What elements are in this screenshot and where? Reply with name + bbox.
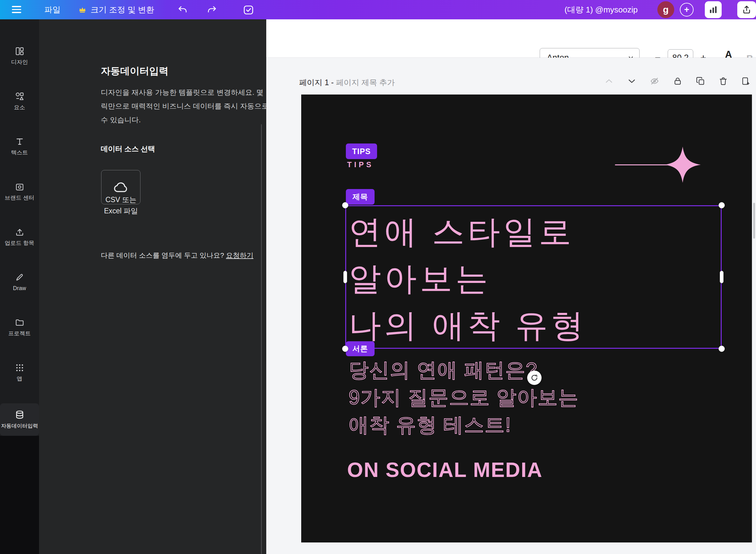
panel-scrollbar[interactable]	[261, 124, 262, 554]
add-member-button[interactable]: +	[680, 3, 694, 16]
panel-footer: 다른 데이터 소스를 염두에 두고 있나요? 요청하기	[101, 251, 253, 260]
design-grid-icon	[15, 47, 24, 56]
field-tag-intro[interactable]: 서론	[346, 341, 374, 356]
data-source-section-title: 데이터 소스 선택	[101, 144, 155, 154]
duplicate-page-icon[interactable]	[695, 76, 706, 87]
resize-menu[interactable]: 크기 조정 및 변환	[91, 0, 154, 19]
social-media-text[interactable]: ON SOCIAL MEDIA	[347, 458, 543, 482]
sidebar-item-data-autofill[interactable]: 자동데이터입력	[0, 403, 39, 436]
move-page-up-icon[interactable]	[604, 76, 614, 87]
redo-icon[interactable]	[207, 5, 217, 15]
insights-button[interactable]	[705, 1, 722, 18]
selection-handle-right[interactable]	[720, 271, 723, 283]
csv-card-label: CSV 또는 Excel 파일	[89, 194, 153, 217]
field-tag-tips[interactable]: TIPS	[346, 144, 377, 159]
text-toolbar: Anton − 80.2 + A B I 효과 애니메이션 •••	[266, 19, 756, 58]
crown-icon	[78, 6, 87, 14]
rotate-handle[interactable]	[527, 371, 542, 385]
sidebar-item-uploads[interactable]: 업로드 항목	[0, 214, 39, 260]
saved-check-icon[interactable]	[243, 4, 254, 16]
share-button[interactable]	[737, 1, 756, 18]
page-title-placeholder[interactable]: 페이지 제목 추가	[336, 78, 395, 87]
move-page-down-icon[interactable]	[626, 76, 637, 87]
panel-description: 디자인을 재사용 가능한 템플릿으로 변경하세요. 몇 번의 클릭만으로 매력적…	[101, 86, 293, 127]
data-autofill-panel: 자동데이터입력 디자인을 재사용 가능한 템플릿으로 변경하세요. 몇 번의 클…	[39, 19, 266, 554]
side-rail-lower	[0, 436, 39, 554]
field-tag-title[interactable]: 제목	[346, 189, 374, 205]
delete-page-icon[interactable]	[718, 76, 728, 87]
selection-box[interactable]	[345, 205, 722, 349]
intro-outline-text[interactable]: 당신의 연애 패턴은? 9가지 질문으로 알아보는 애착 유형 테스트!	[349, 356, 579, 439]
sidebar-item-brand-center[interactable]: 브랜드 센터	[0, 169, 39, 214]
selection-handle-bottom-left[interactable]	[342, 346, 348, 352]
panel-title: 자동데이터입력	[101, 65, 168, 78]
topbar: 파일 크기 조정 및 변환 (대량 1) @mysoozip g +	[0, 0, 756, 19]
sidebar-item-projects[interactable]: 프로젝트	[0, 305, 39, 350]
lock-page-icon[interactable]	[672, 76, 683, 87]
sidebar-item-draw[interactable]: Draw	[0, 260, 39, 305]
page-number: 페이지 1 -	[299, 78, 334, 87]
account-label: (대량 1) @mysoozip	[565, 0, 638, 19]
avatar[interactable]: g	[657, 1, 674, 18]
apps-grid-icon	[15, 363, 24, 373]
shapes-icon	[15, 92, 24, 101]
add-page-icon[interactable]	[741, 76, 751, 87]
projects-folder-icon	[15, 318, 24, 327]
draw-icon	[15, 273, 24, 282]
sparkle-icon[interactable]	[663, 145, 702, 184]
hide-page-icon[interactable]	[649, 76, 660, 87]
selection-handle-bottom-right[interactable]	[718, 346, 725, 352]
page-header: 페이지 1 - 페이지 제목 추가	[299, 77, 395, 88]
data-autofill-icon	[15, 410, 24, 420]
selection-handle-top-left[interactable]	[342, 202, 348, 208]
selection-handle-top-right[interactable]	[718, 202, 725, 208]
undo-icon[interactable]	[177, 5, 188, 15]
brand-center-icon	[15, 182, 24, 191]
sidebar-item-text[interactable]: 텍스트	[0, 124, 39, 169]
request-link[interactable]: 요청하기	[226, 252, 253, 259]
sidebar-item-apps[interactable]: 앱	[0, 350, 39, 395]
upload-icon	[15, 227, 24, 237]
sidebar-item-elements[interactable]: 요소	[0, 78, 39, 124]
sidebar-item-design[interactable]: 디자인	[0, 34, 39, 78]
tips-caption-text[interactable]: TIPS	[347, 160, 373, 169]
vertical-scrollbar[interactable]	[753, 203, 755, 239]
file-menu[interactable]: 파일	[44, 0, 60, 19]
selection-handle-left[interactable]	[343, 271, 347, 283]
cloud-icon	[113, 179, 129, 195]
text-icon	[15, 137, 24, 146]
menu-icon[interactable]	[12, 6, 21, 13]
